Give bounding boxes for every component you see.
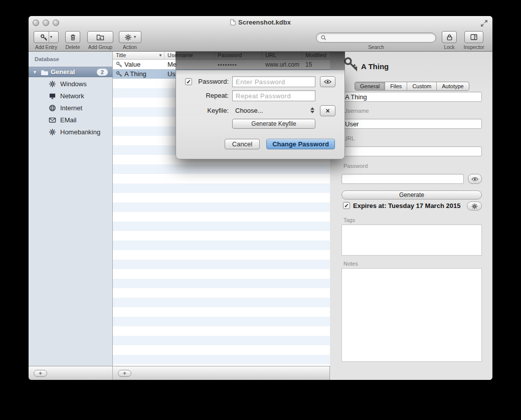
sidebar: Database ▼ General 2 Windows Network Int… — [29, 52, 113, 366]
search-field[interactable] — [316, 33, 436, 43]
inspector-panel: A Thing General Files Custom Autotype Us… — [330, 52, 492, 380]
password-label: Password — [343, 163, 368, 169]
cell-username: Us — [167, 70, 176, 78]
tab-general[interactable]: General — [355, 82, 385, 90]
title-field[interactable] — [341, 92, 482, 102]
key-icon — [40, 34, 48, 41]
clear-keyfile-button[interactable]: × — [320, 105, 335, 116]
sidebar-item-label: EMail — [60, 116, 77, 124]
tags-label: Tags — [343, 217, 355, 223]
sidebar-item-homebanking[interactable]: Homebanking — [29, 126, 113, 138]
inspector-label: Inspector — [454, 45, 492, 50]
list-bottom-bar: + — [113, 366, 330, 380]
search-input[interactable] — [329, 34, 432, 41]
gear-icon — [49, 128, 56, 136]
gear-icon — [471, 203, 478, 209]
inspector-button[interactable] — [464, 31, 483, 43]
generate-password-button[interactable]: Generate — [341, 190, 482, 199]
dialog-password-label: Password: — [191, 76, 229, 87]
folder-icon — [41, 69, 48, 76]
sidebar-group-general[interactable]: ▼ General 2 — [29, 67, 113, 77]
tab-custom[interactable]: Custom — [407, 82, 437, 90]
disclosure-triangle-icon[interactable]: ▼ — [33, 70, 37, 75]
lock-icon — [446, 34, 453, 41]
url-label: URL — [343, 135, 355, 141]
add-group-bottom-button[interactable]: + — [34, 370, 47, 377]
globe-icon — [49, 104, 56, 112]
show-password-button[interactable] — [468, 174, 482, 184]
cancel-button[interactable]: Cancel — [225, 139, 260, 149]
lock-button[interactable] — [442, 31, 457, 43]
notes-label: Notes — [343, 261, 358, 267]
sidebar-group-label: General — [51, 68, 75, 76]
inspector-tabs: General Files Custom Autotype — [355, 82, 469, 91]
sidebar-section-header: Database — [35, 56, 59, 62]
action-button[interactable]: ▾ — [119, 31, 141, 43]
group-count-badge: 2 — [97, 69, 108, 76]
expires-label: Expires at: Tuesday 17 March 2015 — [353, 202, 460, 209]
chevron-down-icon: ▾ — [50, 35, 52, 39]
dialog-keyfile-label: Keyfile: — [191, 105, 229, 116]
gear-icon — [124, 34, 132, 41]
key-icon — [116, 71, 122, 77]
notes-input[interactable] — [341, 268, 482, 362]
sidebar-bottom-bar: + — [29, 366, 113, 380]
username-field[interactable] — [341, 119, 482, 129]
sheet-shadow-overlay — [176, 52, 345, 70]
generate-keyfile-button[interactable]: Generate Keyfile — [232, 119, 315, 129]
chevron-down-icon: ▾ — [134, 35, 136, 39]
dialog-repeat-input[interactable] — [232, 90, 315, 101]
delete-label: Delete — [58, 45, 88, 50]
folder-plus-icon — [96, 33, 104, 41]
monitor-icon — [49, 92, 56, 100]
sidebar-item-windows[interactable]: Windows — [29, 78, 113, 90]
sidebar-item-label: Windows — [60, 80, 87, 88]
keyfile-popup-button[interactable]: Choose... — [235, 105, 263, 116]
dialog-password-input[interactable] — [232, 76, 315, 87]
document-icon — [230, 19, 236, 26]
tab-files[interactable]: Files — [385, 82, 407, 90]
sidebar-item-internet[interactable]: Internet — [29, 102, 113, 114]
add-entry-bottom-button[interactable]: + — [118, 370, 131, 377]
sidebar-item-network[interactable]: Network — [29, 90, 113, 102]
inspector-entry-title: A Thing — [361, 62, 389, 71]
button-divider — [49, 32, 49, 43]
window-title: Screenshot.kdbx — [29, 19, 492, 26]
action-label: Action — [115, 45, 145, 50]
cell-title: Value — [124, 61, 140, 68]
expires-checkbox[interactable]: ✓ — [343, 202, 350, 209]
app-window: Screenshot.kdbx ▾ Add Entry Delete Add G… — [29, 16, 492, 380]
sidebar-item-label: Internet — [60, 104, 82, 112]
dialog-show-password-button[interactable] — [320, 76, 335, 87]
dialog-repeat-label: Repeat: — [191, 90, 229, 101]
sidebar-item-label: Homebanking — [60, 128, 100, 136]
expires-options-button[interactable] — [467, 201, 482, 211]
column-header-title[interactable]: Title▼ — [113, 52, 164, 59]
password-field[interactable] — [341, 174, 464, 184]
sidebar-item-email[interactable]: EMail — [29, 114, 113, 126]
change-password-button[interactable]: Change Password — [266, 139, 335, 149]
fullscreen-icon[interactable] — [480, 20, 488, 27]
cell-title: A Thing — [124, 70, 146, 78]
sort-descending-icon: ▼ — [158, 53, 162, 58]
key-icon — [116, 61, 122, 68]
add-group-button[interactable] — [87, 31, 113, 43]
tab-autotype[interactable]: Autotype — [437, 82, 468, 90]
add-entry-button[interactable]: ▾ — [34, 31, 59, 43]
change-password-dialog: ✓ Password: Repeat: Keyfile: Choose... ×… — [176, 70, 345, 159]
search-label: Search — [336, 45, 416, 50]
add-group-label: Add Group — [85, 45, 115, 50]
tags-input[interactable] — [341, 225, 482, 256]
stepper-arrows-icon[interactable] — [310, 107, 314, 113]
delete-button[interactable] — [65, 31, 80, 43]
envelope-icon — [49, 116, 56, 124]
gear-icon — [49, 80, 56, 88]
eye-icon — [471, 177, 478, 181]
trash-icon — [69, 34, 77, 41]
eye-icon — [324, 79, 331, 84]
titlebar-toolbar: Screenshot.kdbx ▾ Add Entry Delete Add G… — [29, 16, 492, 52]
url-field[interactable] — [341, 146, 482, 156]
search-icon — [320, 35, 327, 41]
username-label: Username — [343, 108, 369, 114]
close-icon: × — [325, 107, 329, 115]
